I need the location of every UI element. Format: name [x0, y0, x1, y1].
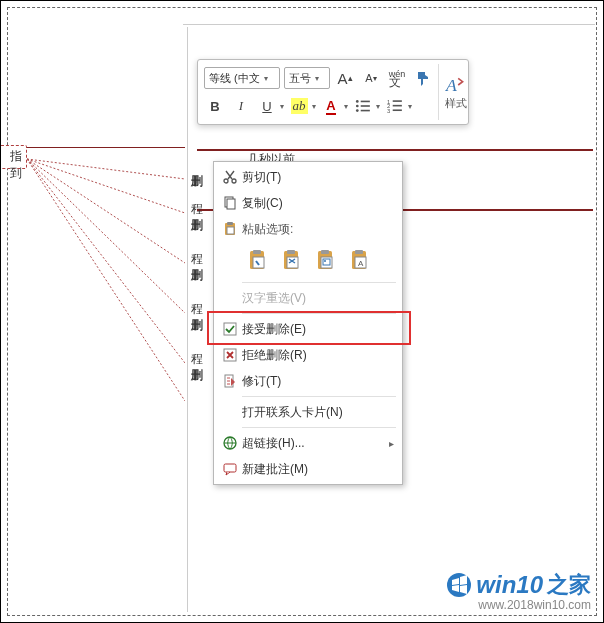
paste-picture-button[interactable] — [312, 246, 340, 274]
menu-reject-delete[interactable]: 拒绝删除(R) — [214, 342, 402, 368]
track-changes-icon — [218, 373, 242, 389]
format-painter-button[interactable] — [412, 67, 434, 89]
svg-rect-28 — [253, 257, 264, 268]
svg-rect-11 — [361, 110, 370, 112]
svg-rect-17 — [393, 109, 402, 111]
accept-icon — [218, 321, 242, 337]
svg-rect-27 — [253, 250, 261, 254]
svg-text:A: A — [445, 74, 457, 94]
svg-point-10 — [356, 109, 359, 112]
highlight-button[interactable]: ab — [288, 95, 310, 117]
menu-separator — [242, 427, 396, 428]
context-menu: 剪切(T) 复制(C) 粘贴选项: A 汉字重选(V) — [213, 161, 403, 485]
svg-rect-22 — [227, 199, 235, 209]
svg-point-19 — [224, 179, 228, 183]
menu-cut-label: 剪切(T) — [242, 169, 394, 186]
font-size-value: 五号 — [289, 71, 311, 86]
styles-button[interactable]: A 样式 — [438, 64, 467, 120]
numbering-caret[interactable]: ▾ — [408, 102, 412, 111]
underline-caret[interactable]: ▾ — [280, 102, 284, 111]
font-size-select[interactable]: 五号▾ — [284, 67, 330, 89]
mini-toolbar: 等线 (中文▾ 五号▾ A▴ A▾ wén文 B I U ▾ ab — [197, 59, 469, 125]
svg-rect-38 — [355, 250, 363, 254]
font-color-button[interactable]: A — [320, 95, 342, 117]
paste-keep-source-button[interactable] — [244, 246, 272, 274]
styles-label: 样式 — [445, 96, 467, 111]
menu-new-comment-label: 新建批注(M) — [242, 461, 394, 478]
balloon-anchor-line — [9, 147, 185, 148]
menu-hyperlink-label: 超链接(H)... — [242, 435, 389, 452]
menu-copy-label: 复制(C) — [242, 195, 394, 212]
grow-font-button[interactable]: A▴ — [334, 67, 356, 89]
menu-paste-header-label: 粘贴选项: — [242, 221, 394, 238]
watermark-logo: win10之家 — [446, 570, 591, 600]
svg-rect-33 — [321, 250, 329, 254]
svg-rect-15 — [393, 105, 402, 107]
menu-accept-delete-label: 接受删除(E) — [242, 321, 394, 338]
numbering-button[interactable]: 123 — [384, 95, 406, 117]
shrink-font-button[interactable]: A▾ — [360, 67, 382, 89]
bullets-button[interactable] — [352, 95, 374, 117]
menu-reject-delete-label: 拒绝删除(R) — [242, 347, 394, 364]
font-family-value: 等线 (中文 — [209, 71, 260, 86]
menu-reconvert: 汉字重选(V) — [214, 285, 402, 311]
copy-icon — [218, 195, 242, 211]
svg-rect-41 — [224, 323, 236, 335]
watermark: win10之家 www.2018win10.com — [446, 570, 591, 612]
menu-reconvert-label: 汉字重选(V) — [242, 290, 394, 307]
menu-new-comment[interactable]: 新建批注(M) — [214, 456, 402, 482]
submenu-arrow-icon: ▸ — [389, 438, 394, 449]
phonetic-guide-button[interactable]: wén文 — [386, 67, 408, 89]
svg-rect-45 — [224, 464, 236, 472]
bold-button[interactable]: B — [204, 95, 226, 117]
menu-open-contact[interactable]: 打开联系人卡片(N) — [214, 399, 402, 425]
svg-rect-9 — [361, 105, 370, 107]
bullets-caret[interactable]: ▾ — [376, 102, 380, 111]
underline-button[interactable]: U — [256, 95, 278, 117]
svg-rect-25 — [227, 227, 234, 234]
svg-point-20 — [232, 179, 236, 183]
menu-track-changes[interactable]: 修订(T) — [214, 368, 402, 394]
menu-separator — [242, 396, 396, 397]
svg-point-8 — [356, 105, 359, 108]
menu-copy[interactable]: 复制(C) — [214, 190, 402, 216]
highlight-caret[interactable]: ▾ — [312, 102, 316, 111]
menu-open-contact-label: 打开联系人卡片(N) — [242, 404, 394, 421]
font-family-select[interactable]: 等线 (中文▾ — [204, 67, 280, 89]
paste-text-only-button[interactable]: A — [346, 246, 374, 274]
svg-rect-30 — [287, 250, 295, 254]
svg-rect-24 — [227, 222, 233, 225]
watermark-url: www.2018win10.com — [446, 598, 591, 612]
balloon-fragment: 指到 — [0, 145, 27, 169]
reject-icon — [218, 347, 242, 363]
watermark-suffix: 之家 — [547, 570, 591, 600]
ruler — [183, 9, 595, 25]
svg-point-36 — [324, 260, 326, 262]
paste-options-row: A — [214, 242, 402, 280]
svg-point-6 — [356, 100, 359, 103]
cut-icon — [218, 169, 242, 185]
menu-separator — [242, 282, 396, 283]
font-color-caret[interactable]: ▾ — [344, 102, 348, 111]
watermark-brand: win10 — [476, 571, 543, 599]
menu-cut[interactable]: 剪切(T) — [214, 164, 402, 190]
paste-icon — [218, 221, 242, 237]
fragment-text: 指到 — [10, 149, 22, 180]
menu-accept-delete[interactable]: 接受删除(E) — [214, 316, 402, 342]
svg-text:A: A — [358, 259, 364, 268]
menu-separator — [242, 313, 396, 314]
svg-rect-7 — [361, 101, 370, 103]
svg-rect-31 — [287, 257, 298, 268]
menu-paste-header: 粘贴选项: — [214, 216, 402, 242]
menu-track-changes-label: 修订(T) — [242, 373, 394, 390]
italic-button[interactable]: I — [230, 95, 252, 117]
svg-text:3: 3 — [387, 108, 390, 114]
paste-merge-button[interactable] — [278, 246, 306, 274]
menu-hyperlink[interactable]: 超链接(H)... ▸ — [214, 430, 402, 456]
comment-icon — [218, 461, 242, 477]
svg-rect-13 — [393, 100, 402, 102]
hyperlink-icon — [218, 435, 242, 451]
logo-icon — [446, 572, 472, 598]
